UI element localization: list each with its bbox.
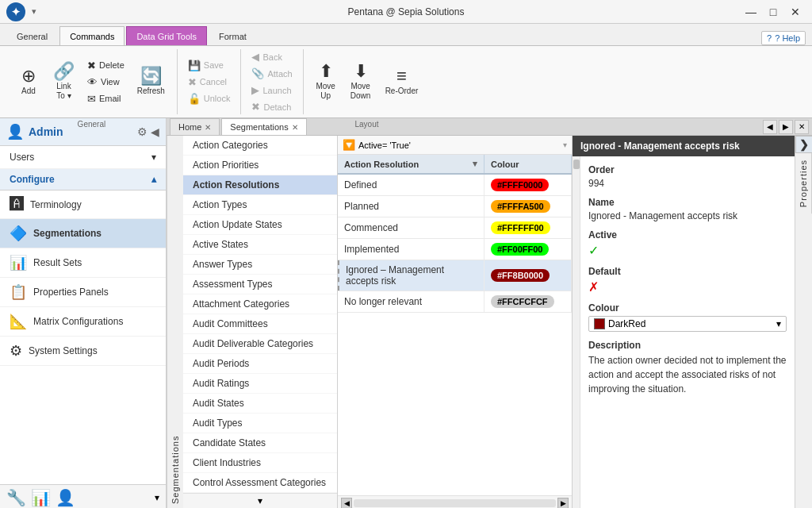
sidebar: 👤 Admin ⚙ ◀ Users ▾ Configure ▴ 🅰 Termin… xyxy=(0,118,167,508)
tab-commands[interactable]: Commands xyxy=(59,26,124,45)
delete-button[interactable]: ✖ Delete xyxy=(83,58,128,73)
colour-badge-planned: #FFFFA500 xyxy=(491,200,550,213)
colour-swatch xyxy=(594,318,605,329)
footer-icon-2[interactable]: 📊 xyxy=(31,488,51,507)
tab-home-close[interactable]: ✕ xyxy=(205,123,211,132)
properties-sidebar-label[interactable]: Properties xyxy=(795,153,812,214)
re-order-button[interactable]: ≡ Re-Order xyxy=(380,64,424,100)
tab-format[interactable]: Format xyxy=(209,26,257,45)
grid-row-implemented[interactable]: Implemented #FF00FF00 xyxy=(338,239,572,260)
tab-segmentations-close[interactable]: ✕ xyxy=(292,123,298,132)
help-button[interactable]: ? ? Help xyxy=(761,31,806,45)
sidebar-item-segmentations[interactable]: 🔷 Segmentations xyxy=(0,219,166,248)
left-panel-item-action-priorities[interactable]: Action Priorities xyxy=(183,156,337,175)
right-panel-header: Ignored - Management accepts risk xyxy=(573,136,795,156)
link-to-label: LinkTo ▾ xyxy=(56,82,71,101)
sidebar-item-result-sets[interactable]: 📊 Result Sets xyxy=(0,248,166,278)
link-to-button[interactable]: 🔗 LinkTo ▾ xyxy=(48,59,80,105)
left-panel-item-audit-committees[interactable]: Audit Committees xyxy=(183,314,337,334)
grid-row-defined[interactable]: Defined #FFFF0000 xyxy=(338,175,572,196)
colour-badge-no-longer: #FFCFCFCF xyxy=(491,295,554,308)
detach-button[interactable]: ✖ Detach xyxy=(247,99,296,114)
move-down-button[interactable]: ⬇ MoveDown xyxy=(345,59,377,105)
left-panel-item-assessment-types[interactable]: Assessment Types xyxy=(183,275,337,294)
footer-icon-3[interactable]: 👤 xyxy=(56,488,75,507)
cancel-button[interactable]: ✖ Cancel xyxy=(184,75,235,90)
email-button[interactable]: ✉ Email xyxy=(83,91,128,106)
move-up-label: MoveUp xyxy=(316,82,335,101)
grid-row-no-longer-relevant[interactable]: No longer relevant #FFCFCFCF xyxy=(338,291,572,313)
sidebar-item-users[interactable]: Users ▾ xyxy=(0,146,166,169)
configure-label: Configure xyxy=(10,174,55,185)
attach-button[interactable]: 📎 Attach xyxy=(247,66,296,81)
left-panel-item-answer-types[interactable]: Answer Types xyxy=(183,255,337,275)
tab-home-label: Home xyxy=(178,122,201,132)
left-panel-item-control-assessment-categories[interactable]: Control Assessment Categories xyxy=(183,473,337,493)
left-panel-item-audit-types[interactable]: Audit Types xyxy=(183,414,337,433)
sidebar-item-matrix-configurations[interactable]: 📐 Matrix Configurations xyxy=(0,307,166,337)
tab-general[interactable]: General xyxy=(6,26,58,45)
attach-small-group: ◀ Back 📎 Attach ▶ Launch ✖ Detach xyxy=(247,49,296,114)
properties-nav-button[interactable]: ❯ xyxy=(795,136,812,153)
left-panel-item-client-industries[interactable]: Client Industries xyxy=(183,453,337,473)
colour-dropdown-arrow: ▾ xyxy=(776,318,781,329)
left-panel-item-audit-ratings[interactable]: Audit Ratings xyxy=(183,374,337,394)
refresh-button[interactable]: 🔄 Refresh xyxy=(132,64,170,100)
filter-down-arrow[interactable]: ▾ xyxy=(563,140,567,149)
left-panel-item-attachment-categories[interactable]: Attachment Categories xyxy=(183,294,337,314)
left-panel-scroll-down[interactable]: ▾ xyxy=(183,493,337,508)
back-button[interactable]: ◀ Back xyxy=(247,49,296,64)
title-bar: ✦ ▾ Pentana @ Sepia Solutions — □ ✕ xyxy=(0,0,812,24)
sidebar-item-properties-panels[interactable]: 📋 Properties Panels xyxy=(0,278,166,307)
left-panel-item-active-states[interactable]: Active States xyxy=(183,235,337,255)
left-panel-item-action-categories[interactable]: Action Categories xyxy=(183,136,337,156)
save-icon: 💾 xyxy=(188,60,201,71)
left-panel-item-action-update-states[interactable]: Action Update States xyxy=(183,215,337,235)
title-bar-menu-arrow[interactable]: ▾ xyxy=(32,6,36,17)
segmentations-vertical-label: Segmentations xyxy=(167,136,183,508)
sidebar-configure-section[interactable]: Configure ▴ xyxy=(0,169,166,190)
cancel-icon: ✖ xyxy=(188,76,197,88)
launch-button[interactable]: ▶ Launch xyxy=(247,83,296,98)
sidebar-item-terminology[interactable]: 🅰 Terminology xyxy=(0,190,166,219)
left-panel-item-audit-periods[interactable]: Audit Periods xyxy=(183,354,337,374)
left-panel-item-audit-states[interactable]: Audit States xyxy=(183,394,337,414)
sidebar-footer-arrow[interactable]: ▾ xyxy=(155,492,159,503)
delete-label: Delete xyxy=(99,60,124,70)
tab-home[interactable]: Home ✕ xyxy=(170,118,220,135)
tab-segmentations[interactable]: Segmentations ✕ xyxy=(221,118,306,135)
view-button[interactable]: 👁 View xyxy=(83,75,128,90)
link-to-icon: 🔗 xyxy=(53,63,75,80)
minimize-button[interactable]: — xyxy=(741,4,761,20)
tab-ctrl-right[interactable]: ▶ xyxy=(779,120,793,134)
close-button[interactable]: ✕ xyxy=(785,4,806,20)
col-header-colour[interactable]: Colour xyxy=(485,155,572,173)
add-button[interactable]: ⊕ Add xyxy=(13,64,44,100)
grid-cell-ignored-name: Ignored – Management accepts risk xyxy=(338,260,485,291)
move-up-button[interactable]: ⬆ MoveUp xyxy=(310,59,342,105)
grid-cell-defined-colour: #FFFF0000 xyxy=(485,175,572,195)
footer-icon-1[interactable]: 🔧 xyxy=(6,488,26,507)
left-panel-item-action-resolutions[interactable]: Action Resolutions xyxy=(183,175,337,195)
grid-row-ignored[interactable]: Ignored – Management accepts risk #FF8B0… xyxy=(338,260,572,291)
sidebar-item-system-settings[interactable]: ⚙ System Settings xyxy=(0,337,166,366)
ribbon-group-general: ⊕ Add 🔗 LinkTo ▾ ✖ Delete 👁 View ✉ Email xyxy=(6,49,178,114)
unlock-button[interactable]: 🔓 Unlock xyxy=(184,91,235,106)
tab-datagridtools[interactable]: Data Grid Tools xyxy=(126,26,207,45)
save-button[interactable]: 💾 Save xyxy=(184,58,235,73)
grid-cell-commenced-colour: #FFFFFF00 xyxy=(485,217,572,238)
right-panel-scrollbar[interactable] xyxy=(573,156,580,508)
tab-ctrl-close[interactable]: ✕ xyxy=(795,120,809,134)
scroll-left-btn[interactable]: ◀ xyxy=(341,498,352,508)
tab-ctrl-left[interactable]: ◀ xyxy=(763,120,777,134)
left-panel-item-action-types[interactable]: Action Types xyxy=(183,195,337,215)
grid-row-commenced[interactable]: Commenced #FFFFFF00 xyxy=(338,217,572,239)
col-header-action-resolution[interactable]: Action Resolution ▾ xyxy=(338,155,485,173)
left-panel-item-candidate-states[interactable]: Candidate States xyxy=(183,433,337,453)
h-scrollbar[interactable] xyxy=(354,499,556,507)
maximize-button[interactable]: □ xyxy=(763,4,783,20)
left-panel-item-audit-deliverable-categories[interactable]: Audit Deliverable Categories xyxy=(183,334,337,354)
scroll-right-btn[interactable]: ▶ xyxy=(557,498,569,508)
grid-row-planned[interactable]: Planned #FFFFA500 xyxy=(338,196,572,217)
colour-select-dropdown[interactable]: DarkRed ▾ xyxy=(588,316,787,332)
